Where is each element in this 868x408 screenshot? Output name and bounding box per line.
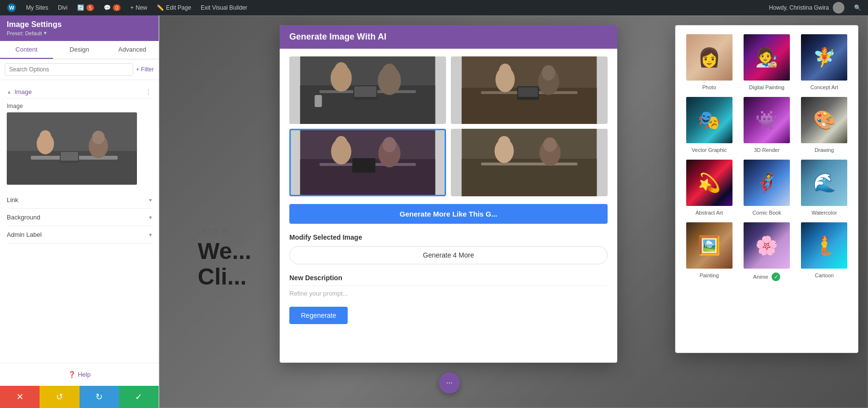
- link-section-title: Link: [7, 196, 18, 204]
- svg-point-42: [498, 136, 511, 150]
- concept-face: 🧚: [801, 34, 847, 81]
- style-label-photo: Photo: [702, 84, 716, 90]
- svg-rect-20: [315, 95, 322, 107]
- style-item-abstract[interactable]: 💫 Abstract Art: [683, 159, 735, 216]
- vector-face: 🎭: [686, 97, 732, 143]
- ai-image-2[interactable]: [451, 56, 608, 124]
- svg-point-8: [92, 131, 105, 144]
- style-img-photo: 👩: [686, 34, 732, 81]
- search-admin-icon[interactable]: 🔍: [851, 4, 864, 11]
- updates-count: 5: [86, 4, 94, 11]
- wp-logo[interactable]: W: [4, 0, 19, 15]
- style-item-anime[interactable]: 🌸 Anime ✓: [741, 221, 792, 281]
- main-layout: Image Settings Preset: Default ▾ Content…: [0, 15, 868, 408]
- style-img-drawing: 🎨: [801, 97, 847, 143]
- ai-image-3[interactable]: [289, 129, 446, 196]
- exit-builder-link[interactable]: Exit Visual Builder: [198, 0, 250, 15]
- tab-advanced[interactable]: Advanced: [106, 41, 159, 59]
- redo-button[interactable]: ↻: [80, 386, 119, 408]
- svg-point-25: [499, 64, 512, 78]
- admin-label-section[interactable]: Admin Label ▾: [7, 226, 152, 244]
- style-grid: 👩 Photo 🧑‍🎨 Digital Painting: [683, 33, 850, 281]
- bottom-action-bar: ✕ ↺ ↻ ✓: [0, 386, 159, 408]
- image-section-header[interactable]: ▲ Image ⋮: [7, 85, 152, 99]
- style-thumb-comic: 🦸: [743, 159, 791, 207]
- background-section[interactable]: Background ▾: [7, 209, 152, 226]
- admin-label-chevron-icon: ▾: [149, 231, 152, 238]
- ai-image-4[interactable]: [451, 129, 608, 196]
- style-thumb-drawing: 🎨: [800, 96, 848, 144]
- chevron-down-icon: ▾: [44, 30, 47, 36]
- tab-design[interactable]: Design: [53, 41, 106, 59]
- link-chevron-icon: ▾: [149, 197, 152, 204]
- new-description-label: New Description: [289, 274, 608, 282]
- pencil-icon: ✏️: [157, 4, 164, 11]
- edit-page-link[interactable]: ✏️ Edit Page: [154, 0, 194, 15]
- svg-point-27: [542, 65, 556, 81]
- style-item-painting[interactable]: 🖼️ Painting: [683, 221, 735, 281]
- style-img-painting: 🖼️: [686, 222, 732, 269]
- undo-icon: ↺: [56, 392, 63, 402]
- save-button[interactable]: ✓: [119, 386, 159, 408]
- style-item-concept-art[interactable]: 🧚 Concept Art: [799, 33, 850, 90]
- svg-rect-19: [354, 86, 377, 97]
- style-item-digital-painting[interactable]: 🧑‍🎨 Digital Painting: [741, 33, 792, 90]
- style-item-comic-book[interactable]: 🦸 Comic Book: [741, 159, 792, 216]
- panel-content: ▲ Image ⋮ Image: [0, 80, 159, 363]
- style-item-3d-render[interactable]: 👾 3D Render: [741, 96, 792, 153]
- svg-rect-40: [481, 163, 578, 165]
- style-label-anime: Anime ✓: [753, 272, 780, 281]
- image-field: Image: [7, 103, 152, 185]
- user-info[interactable]: Howdy, Christina Gwira: [766, 2, 847, 14]
- background-chevron-icon: ▾: [149, 214, 152, 221]
- ai-modal-header: Generate Image With AI: [280, 25, 617, 49]
- style-label-digital: Digital Painting: [749, 84, 784, 90]
- save-icon: ✓: [135, 392, 142, 402]
- image-section-menu-icon[interactable]: ⋮: [145, 88, 152, 95]
- style-item-vector[interactable]: 🎭 Vector Graphic: [683, 96, 735, 153]
- style-thumb-abstract: 💫: [685, 159, 733, 207]
- image-field-label: Image: [7, 103, 152, 109]
- new-link[interactable]: + New: [127, 0, 150, 15]
- anime-face: 🌸: [744, 222, 790, 269]
- svg-rect-37: [353, 158, 376, 173]
- link-section[interactable]: Link ▾: [7, 191, 152, 209]
- my-sites-link[interactable]: My Sites: [23, 0, 51, 15]
- help-link[interactable]: ❓ Help: [8, 371, 151, 378]
- style-picker-panel: 👩 Photo 🧑‍🎨 Digital Painting: [675, 25, 858, 353]
- style-img-3d: 👾: [744, 97, 790, 143]
- image-section-title: Image: [14, 88, 32, 95]
- generate-more-button[interactable]: Generate More Like This G...: [289, 204, 608, 224]
- style-item-cartoon[interactable]: 🧜 Cartoon: [799, 221, 850, 281]
- regenerate-button[interactable]: Regenerate: [289, 307, 348, 324]
- updates-link[interactable]: 🔄 5: [74, 0, 97, 15]
- generate-4-more-button[interactable]: Generate 4 More: [289, 246, 608, 264]
- ai-image-1[interactable]: [289, 56, 446, 124]
- image-thumbnail[interactable]: [7, 112, 137, 185]
- ai-modal: Generate Image With AI: [280, 25, 617, 363]
- panel-preset[interactable]: Preset: Default ▾: [7, 30, 152, 36]
- search-options-input[interactable]: [5, 63, 133, 76]
- style-item-photo[interactable]: 👩 Photo: [683, 33, 735, 90]
- comic-face: 🦸: [744, 160, 790, 206]
- floating-action-button[interactable]: ···: [439, 372, 460, 394]
- filter-button[interactable]: + Filter: [136, 66, 154, 73]
- undo-button[interactable]: ↺: [40, 386, 79, 408]
- style-label-cartoon: Cartoon: [815, 272, 834, 278]
- admin-label-section-title: Admin Label: [7, 231, 41, 238]
- comments-count: 0: [113, 4, 121, 11]
- tab-content[interactable]: Content: [0, 41, 53, 59]
- style-item-watercolor[interactable]: 🌊 Watercolor: [799, 159, 850, 216]
- comments-link[interactable]: 💬 0: [101, 0, 123, 15]
- style-thumb-watercolor: 🌊: [800, 159, 848, 207]
- style-item-drawing[interactable]: 🎨 Drawing: [799, 96, 850, 153]
- divi-link[interactable]: Divi: [55, 0, 70, 15]
- style-img-comic: 🦸: [744, 160, 790, 206]
- panel-title: Image Settings: [7, 20, 152, 29]
- svg-point-34: [335, 136, 348, 150]
- image-preview: [7, 112, 137, 185]
- cancel-button[interactable]: ✕: [0, 386, 40, 408]
- avatar: [833, 2, 844, 14]
- svg-point-44: [543, 137, 557, 152]
- style-thumb-digital: 🧑‍🎨: [743, 33, 791, 82]
